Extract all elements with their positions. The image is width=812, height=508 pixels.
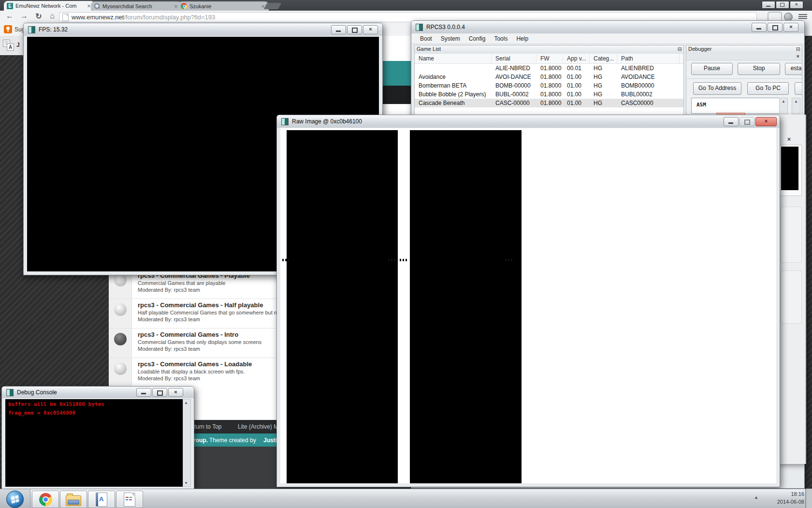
translate-icon[interactable]: A xyxy=(3,40,14,51)
minimize-button[interactable] xyxy=(331,25,346,34)
browser-tab-strip: E EmuNewz Network - Com × Mysearchdial S… xyxy=(0,0,812,11)
partial-button[interactable] xyxy=(795,82,802,95)
emunewz-favicon: E xyxy=(7,3,13,9)
reload-icon[interactable]: ↻ xyxy=(33,12,44,21)
menu-tools[interactable]: Tools xyxy=(490,35,512,42)
debug-console-window-controls: × xyxy=(136,388,183,397)
panel-scroll-up-icon[interactable]: ▲ xyxy=(792,98,800,114)
col-path[interactable]: Path xyxy=(617,54,680,63)
browser-minimize-button[interactable] xyxy=(762,1,775,9)
dock-icon[interactable]: ⊟ xyxy=(796,46,800,52)
console-output[interactable]: buffers will be 0x151800 bytes frag_mem … xyxy=(5,399,183,487)
tab-szukanie[interactable]: Szukanie × xyxy=(178,1,269,11)
raw-image-titlebar[interactable]: Raw Image @ 0xc0b46100 xyxy=(277,115,780,128)
asm-mode-select[interactable]: ASM xyxy=(691,98,783,114)
hamburger-menu-icon[interactable] xyxy=(798,14,807,20)
taskbar-wordpad-button[interactable] xyxy=(88,491,115,508)
taskbar-chrome-button[interactable] xyxy=(32,491,59,508)
close-button[interactable]: × xyxy=(755,117,777,126)
scroll-up-icon[interactable]: ▲ xyxy=(184,401,188,405)
forum-moderated: Moderated By: rpcs3 team xyxy=(138,287,250,293)
game-row[interactable]: Bomberman BETABOMB-0000001.800001.00HGBO… xyxy=(415,81,683,90)
start-button-area[interactable] xyxy=(0,489,30,508)
scroll-down-icon[interactable]: ▼ xyxy=(184,481,188,485)
browser-maximize-button[interactable] xyxy=(776,1,789,9)
raw-image-canvas xyxy=(280,128,776,483)
forum-link[interactable]: rpcs3 - Commercial Games - Half playable xyxy=(138,301,298,309)
game-list-columns[interactable]: Name Serial FW App v... Categ... Path xyxy=(415,54,683,64)
rpcs3-title: RPCS3 0.0.0.4 xyxy=(426,24,465,30)
theme-prefix: roup. xyxy=(193,437,208,444)
return-to-top-link[interactable]: turn to Top xyxy=(194,423,221,430)
forum-moderated: Moderated By: rpcs3 team xyxy=(138,316,298,322)
fps-titlebar[interactable]: FPS: 15.32 xyxy=(24,23,382,36)
lightbulb-icon xyxy=(4,25,12,33)
forum-moderated: Moderated By: rpcs3 team xyxy=(138,375,252,381)
scroll-up-icon[interactable]: ▲ xyxy=(779,98,788,114)
col-fw[interactable]: FW xyxy=(536,54,563,63)
menu-system[interactable]: System xyxy=(436,35,464,42)
maximize-button[interactable] xyxy=(740,117,754,126)
url-text[interactable]: www.emunewz.net/forum/forumdisplay.php?f… xyxy=(72,14,215,21)
col-category[interactable]: Categ... xyxy=(590,54,617,63)
goto-pc-button[interactable]: Go To PC xyxy=(747,82,789,95)
taskbar-clock[interactable]: 18:16 2014-06-08 xyxy=(768,490,804,506)
close-button[interactable]: × xyxy=(363,25,378,34)
raw-image-title: Raw Image @ 0xc0b46100 xyxy=(292,118,362,125)
tab-title: Szukanie xyxy=(189,3,258,9)
stop-button[interactable]: Stop xyxy=(738,63,780,75)
close-icon[interactable]: × xyxy=(787,136,791,143)
taskbar-notepad-button[interactable] xyxy=(116,491,143,508)
minimize-button[interactable] xyxy=(752,23,767,32)
pause-button[interactable]: Pause xyxy=(691,63,733,75)
page-top-left-panel: A J xyxy=(0,36,23,55)
menu-help[interactable]: Help xyxy=(512,35,533,42)
tab-mysearchdial[interactable]: Mysearchdial Search × xyxy=(91,1,182,11)
wordpad-icon xyxy=(96,493,107,507)
taskbar xyxy=(0,489,812,508)
maximize-button[interactable] xyxy=(347,25,362,34)
menu-boot[interactable]: Boot xyxy=(416,35,436,42)
debug-console-window: Debug Console × buffers will be 0x151800… xyxy=(1,386,194,490)
url-path: /forum/forumdisplay.php?fid=193 xyxy=(124,14,215,21)
maximize-button[interactable] xyxy=(152,388,167,397)
browser-close-button[interactable]: × xyxy=(790,1,803,9)
forum-link[interactable]: rpcs3 - Commercial Games - Loadable xyxy=(138,360,252,368)
taskbar-explorer-button[interactable] xyxy=(60,491,87,508)
tray-expand-icon[interactable]: ▲ xyxy=(754,495,758,500)
clock-date: 2014-06-08 xyxy=(768,498,804,506)
back-icon[interactable]: ← xyxy=(4,12,15,20)
forum-link[interactable]: rpcs3 - Commercial Games - Intro xyxy=(138,331,261,338)
close-button[interactable]: × xyxy=(168,388,183,397)
game-row-selected[interactable]: Cascade BeneathCASC-0000001.800001.00HGC… xyxy=(415,99,683,107)
debugger-close-icon[interactable]: × xyxy=(797,53,799,59)
game-row[interactable]: AvoidanceAVOI-DANCE01.800001.00HGAVOIDAN… xyxy=(415,73,683,81)
dock-icon[interactable]: ⊟ xyxy=(678,46,682,52)
restart-button[interactable]: esta xyxy=(785,63,802,75)
game-row[interactable]: ALIE-NBRED01.800000.01HGALIENBRED xyxy=(415,64,683,73)
new-tab-button[interactable] xyxy=(264,3,282,9)
col-appver[interactable]: App v... xyxy=(563,54,590,63)
col-serial[interactable]: Serial xyxy=(492,54,536,63)
maximize-button[interactable] xyxy=(768,23,783,32)
lite-mode-link[interactable]: Lite (Archive) Mo xyxy=(238,423,282,430)
chrome-icon xyxy=(39,493,52,506)
show-desktop-button[interactable] xyxy=(805,489,812,508)
group-box xyxy=(781,207,802,263)
tab-emunewz[interactable]: E EmuNewz Network - Com × xyxy=(4,1,95,11)
close-button[interactable]: × xyxy=(783,23,798,32)
goto-address-button[interactable]: Go To Address xyxy=(693,82,741,95)
console-scrollbar[interactable]: ▲ ▼ xyxy=(183,399,191,487)
col-name[interactable]: Name xyxy=(415,54,492,63)
windows-flag-icon xyxy=(11,495,19,504)
minimize-button[interactable] xyxy=(136,388,151,397)
forward-icon[interactable]: → xyxy=(18,12,30,20)
start-button[interactable] xyxy=(6,491,24,508)
rpcs3-titlebar[interactable]: RPCS3 0.0.0.4 xyxy=(411,21,804,33)
game-row[interactable]: Bubble Bobble (2 Players)BUBL-0000201.80… xyxy=(415,90,683,99)
menu-config[interactable]: Config xyxy=(464,35,490,42)
minimize-button[interactable] xyxy=(724,117,739,126)
home-icon[interactable]: ⌂ xyxy=(46,12,58,20)
forum-status-icon xyxy=(109,358,132,387)
forum-moderated: Moderated By: rpcs3 team xyxy=(138,346,261,352)
